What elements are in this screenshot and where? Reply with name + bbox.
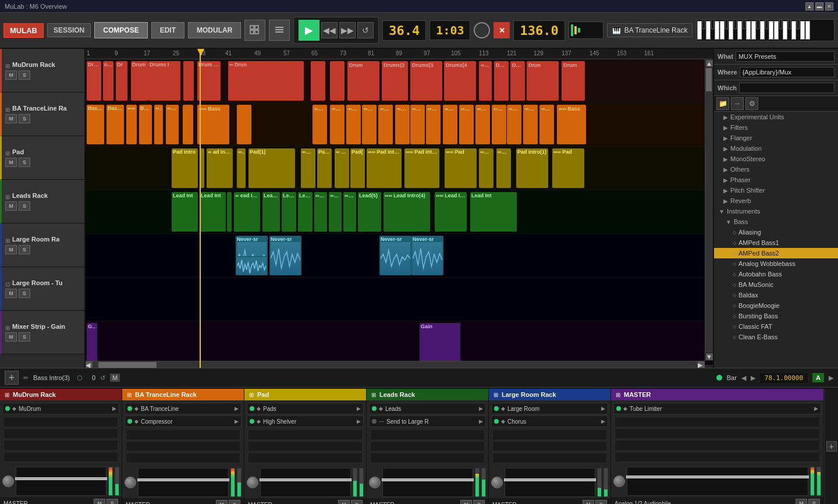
clip-bass-23[interactable]: ∞∞ Bass: [557, 105, 586, 144]
loop-button[interactable]: ↺: [357, 22, 374, 38]
clip-bass-11[interactable]: ∞∞ Bass: [362, 105, 377, 144]
track-lane-ba[interactable]: Bass Int Bass Int ∞∞ Bass ∞∞ ∞∞ Bass ∞∞ …: [86, 103, 713, 147]
piano-key-white[interactable]: [791, 21, 796, 40]
end-arrow-icon[interactable]: ▶: [829, 374, 833, 382]
clip-drums-main[interactable]: ∞ Drun: [228, 61, 304, 101]
fader-thumb-largeroom[interactable]: [504, 478, 596, 481]
mixer-solo-pad[interactable]: S: [351, 500, 363, 504]
track-expand-icon-largeroom[interactable]: ⊞: [5, 237, 10, 244]
clip-neverse3[interactable]: Never-sr: [379, 236, 411, 275]
clip-bass-5[interactable]: ∞∞: [154, 105, 163, 144]
clip-bass-20[interactable]: ∞∞ Bass: [507, 105, 521, 144]
clip-pad-4[interactable]: ∞ Pad(: [335, 148, 349, 188]
insert-expand-icon[interactable]: ▶: [814, 406, 818, 411]
fader-largeroom[interactable]: [505, 468, 595, 497]
tree-item-pitchshifter[interactable]: ▶ Pitch Shifter: [714, 185, 838, 196]
clip-drums-10[interactable]: Drums(3: [410, 61, 442, 101]
tree-item-experimental[interactable]: ▶ Experimental Units: [714, 112, 838, 122]
mixer-solo-mudrum[interactable]: S: [106, 499, 118, 504]
clip-bass-19[interactable]: ∞∞ Bass: [492, 105, 506, 144]
clip-drums-intro3[interactable]: Drum Intro(2): [197, 61, 221, 101]
track-expand-icon-leads[interactable]: ⊞: [5, 194, 10, 200]
tree-item-classicfat[interactable]: ◇ Classic FAT: [714, 321, 838, 332]
clip-drums-5[interactable]: [183, 61, 194, 101]
list-icon[interactable]: [269, 20, 290, 41]
clip-pad-3[interactable]: Pad(4): [317, 148, 332, 188]
clip-bass-21[interactable]: ∞∞ Bass: [523, 105, 538, 144]
piano-key-white[interactable]: [715, 21, 719, 40]
clip-drums-2[interactable]: o oo: [103, 61, 113, 101]
clip-gain-1[interactable]: Gain: [87, 323, 97, 363]
pan-knob-leads[interactable]: [369, 477, 381, 488]
clip-gain-2[interactable]: Gain: [420, 323, 460, 363]
nav-left-icon[interactable]: ◀: [741, 374, 746, 382]
piano-key-black[interactable]: [725, 19, 728, 29]
insert-expand-icon[interactable]: ▶: [479, 418, 483, 424]
pan-knob-mudrum[interactable]: [2, 475, 14, 487]
clip-drums-16[interactable]: Drum: [562, 61, 585, 101]
mixer-insert-ba[interactable]: ◆ BA TranceLine ▶: [125, 403, 242, 414]
track-lane-leads[interactable]: Lead Int Lead Int ∞ ead Intro(4) Lead(1)…: [86, 190, 713, 234]
mixer-mute-pad[interactable]: M: [338, 500, 350, 504]
session-button[interactable]: SESSION: [47, 23, 91, 37]
fader-mudrum[interactable]: [16, 467, 106, 496]
scroll-down-button[interactable]: ▼: [706, 353, 713, 360]
clip-drums-intro2[interactable]: Drums I: [148, 61, 180, 101]
fader-pad[interactable]: [260, 468, 351, 497]
fast-forward-button[interactable]: ▶▶: [339, 22, 356, 38]
piano-key-black[interactable]: [765, 19, 768, 29]
panel-gear-button[interactable]: ⚙: [745, 97, 758, 110]
mixer-insert-mudrum[interactable]: ◆ MuDrum ▶: [2, 403, 119, 414]
solo-button-mudrum[interactable]: S: [19, 70, 30, 80]
piano-key-black[interactable]: [702, 19, 705, 29]
clip-lead-intro2[interactable]: Lead Int: [200, 192, 226, 232]
mixer-solo-master[interactable]: S: [808, 499, 820, 504]
track-expand-icon-pad[interactable]: ⊞: [5, 150, 10, 157]
clip-pad-11[interactable]: ∞∞ Pad: [552, 148, 584, 188]
clip-bass-main[interactable]: ∞∞ Bass: [166, 105, 179, 144]
tree-item-reverb[interactable]: ▶ Reverb: [714, 196, 838, 206]
clip-bass-17[interactable]: ∞∞ Bass: [459, 105, 474, 144]
piano-key-white[interactable]: [751, 21, 756, 40]
track-lane-mixer[interactable]: Gain Gain: [86, 321, 713, 365]
piano-key-white[interactable]: [783, 21, 787, 40]
tree-item-ampedbass2[interactable]: ◇ AMPed Bass2: [714, 248, 838, 258]
clip-bass-10[interactable]: ∞∞ Bass: [346, 105, 361, 144]
solo-button-pad[interactable]: S: [19, 158, 30, 167]
tree-item-analogwobble[interactable]: ◇ Analog Wobblebass: [714, 258, 838, 269]
clip-drums-15[interactable]: Drun: [527, 61, 559, 101]
clip-lead-loop[interactable]: ∞∞ Lead: [314, 192, 327, 232]
track-expand-icon-mixer[interactable]: ⊞: [5, 325, 10, 331]
mixer-solo-largeroom[interactable]: S: [595, 500, 607, 504]
tree-item-cleanebass[interactable]: ◇ Clean E-Bass: [714, 332, 838, 342]
clip-drums-intro[interactable]: Drums...: [87, 61, 101, 101]
tree-item-others[interactable]: ▶ Others: [714, 164, 838, 175]
clip-drums-14[interactable]: Drum: [510, 61, 525, 101]
insert-expand-icon[interactable]: ▶: [357, 418, 361, 424]
track-lane-largetu[interactable]: [86, 278, 713, 321]
clip-lead-intro[interactable]: Lead Int: [172, 192, 198, 232]
piano-key-black[interactable]: [743, 19, 745, 29]
fader-thumb-pad[interactable]: [260, 478, 351, 481]
fader-thumb-ba[interactable]: [137, 478, 229, 481]
track-expand-icon-largetu[interactable]: ⊡: [5, 281, 10, 288]
piano-key-white[interactable]: [697, 21, 702, 40]
minimize-button[interactable]: ▲: [805, 2, 814, 10]
insert-expand-icon[interactable]: ▶: [357, 406, 361, 411]
mute-button-largetu[interactable]: M: [5, 289, 17, 298]
clip-pad-intro2[interactable]: ∞ ad Intro(1): [207, 148, 233, 188]
piano-key-white[interactable]: [805, 21, 810, 40]
modular-button[interactable]: MODULAR: [188, 22, 241, 38]
piano-key-white[interactable]: [706, 21, 711, 40]
clip-drums-3[interactable]: Dr: [116, 61, 127, 101]
fader-thumb-mudrum[interactable]: [15, 477, 107, 480]
maximize-button[interactable]: ▬: [815, 2, 823, 10]
hscroll-thumb[interactable]: [98, 362, 157, 368]
pan-knob-ba[interactable]: [125, 477, 136, 488]
tree-item-flanger[interactable]: ▶ Flanger: [714, 133, 838, 143]
compose-button[interactable]: COMPOSE: [94, 22, 147, 38]
fader-master[interactable]: [627, 467, 808, 496]
solo-button-ba[interactable]: S: [19, 114, 30, 123]
pan-knob-largeroom[interactable]: [491, 477, 503, 488]
insert-expand-icon[interactable]: ▶: [235, 418, 239, 424]
